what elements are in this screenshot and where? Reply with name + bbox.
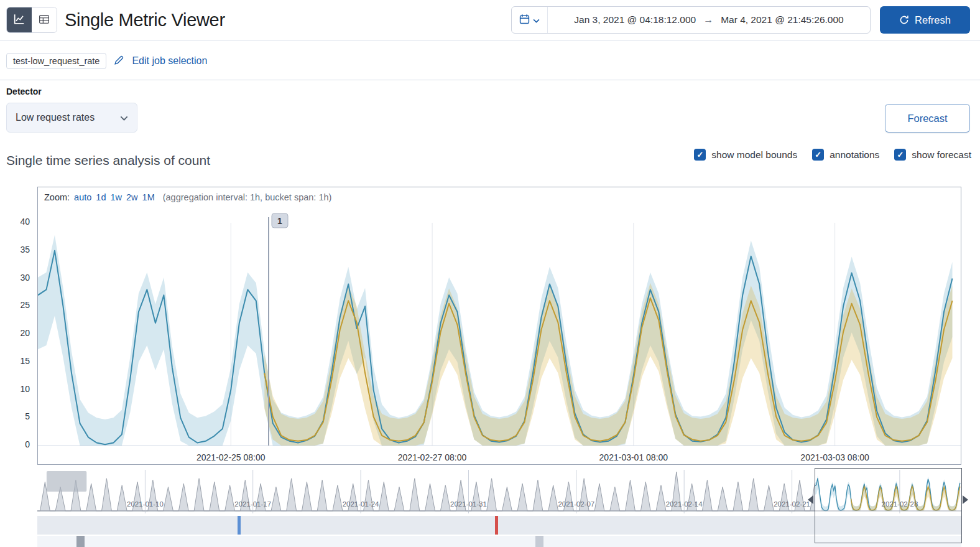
table-view-button[interactable] — [32, 7, 57, 32]
zoom-link-auto[interactable]: auto — [74, 192, 91, 202]
annotation-badge-label: 1 — [277, 216, 282, 226]
checkbox-annotations[interactable]: ✓ annotations — [812, 149, 879, 161]
single-metric-viewer-page: Single Metric Viewer Jan 3, 2021 @ 04:18… — [0, 0, 980, 547]
brush-right-handle[interactable] — [963, 495, 968, 504]
context-date-label: 2021-01-31 — [450, 500, 487, 508]
context-date-label: 2021-02-14 — [666, 500, 703, 508]
series-title: Single time series analysis of count — [6, 153, 210, 168]
annotation-marker[interactable] — [495, 516, 498, 535]
context-date-label: 2021-02-07 — [558, 500, 594, 508]
y-axis-label: 40 — [20, 217, 30, 227]
checkbox-label: show model bounds — [711, 149, 797, 161]
checkbox-checked-icon: ✓ — [694, 149, 706, 161]
page-title: Single Metric Viewer — [65, 0, 225, 40]
zoom-link-2w[interactable]: 2w — [126, 192, 138, 202]
aggregation-info: (aggregation interval: 1h, bucket span: … — [163, 192, 332, 202]
header: Single Metric Viewer Jan 3, 2021 @ 04:18… — [0, 0, 980, 40]
brush-left-handle[interactable] — [808, 495, 813, 504]
edit-job-selection-link[interactable]: Edit job selection — [132, 55, 207, 67]
checkbox-show-model-bounds[interactable]: ✓ show model bounds — [694, 149, 797, 161]
refresh-button[interactable]: Refresh — [880, 6, 970, 34]
detector-label: Detector — [6, 86, 42, 96]
checkbox-label: show forecast — [912, 149, 971, 161]
calendar-icon — [519, 14, 530, 26]
x-axis-label: 2021-02-27 08:00 — [398, 452, 467, 462]
forecast-button[interactable]: Forecast — [885, 104, 970, 133]
context-date-label: 2021-02-21 — [774, 500, 810, 508]
x-axis-label: 2021-02-25 08:00 — [196, 452, 266, 462]
y-axis-label: 5 — [25, 411, 30, 421]
refresh-icon — [899, 15, 909, 25]
annotation-marker[interactable] — [238, 516, 241, 535]
y-axis-label: 30 — [20, 273, 30, 283]
zoom-bar: Zoom:auto1d1w2w1M(aggregation interval: … — [44, 192, 331, 202]
time-range-display: Jan 3, 2021 @ 04:18:12.000 → Mar 4, 2021… — [548, 7, 870, 33]
y-axis-label: 10 — [20, 384, 30, 394]
context-date-label: 2021-01-24 — [343, 500, 379, 508]
zoom-link-1M[interactable]: 1M — [142, 192, 155, 202]
context-date-label: 2021-01-10 — [127, 500, 164, 508]
start-date-button[interactable]: Jan 3, 2021 @ 04:18:12.000 — [574, 14, 696, 26]
header-divider — [0, 40, 980, 40]
checkbox-label: annotations — [830, 149, 879, 161]
y-axis-label: 0 — [25, 439, 30, 449]
y-axis: 0510152025303540 — [0, 208, 30, 446]
chart-view-button[interactable] — [7, 7, 32, 32]
x-axis-label: 2021-03-03 08:00 — [800, 452, 869, 462]
y-axis-label: 20 — [20, 328, 30, 338]
job-selection-bar: test-low_request_rate Edit job selection — [6, 47, 207, 75]
job-bar-divider — [0, 80, 980, 80]
context-selection-brush[interactable] — [815, 468, 962, 543]
main-chart-panel: Zoom:auto1d1w2w1M(aggregation interval: … — [37, 187, 961, 465]
swimlane-cell[interactable] — [535, 536, 543, 547]
x-axis-label: 2021-03-01 08:00 — [599, 452, 668, 462]
chart-options: ✓ show model bounds ✓ annotations ✓ show… — [694, 149, 971, 161]
model-bounds-area — [38, 235, 953, 446]
y-axis-label: 15 — [20, 356, 30, 366]
refresh-label: Refresh — [915, 14, 951, 26]
context-annotation-region[interactable] — [47, 471, 86, 492]
table-icon — [39, 14, 50, 27]
zoom-link-1d[interactable]: 1d — [96, 192, 106, 202]
checkbox-checked-icon: ✓ — [812, 149, 824, 161]
detector-select[interactable]: Low request rates — [6, 103, 137, 133]
job-badge[interactable]: test-low_request_rate — [6, 53, 106, 69]
end-date-button[interactable]: Mar 4, 2021 @ 21:45:26.000 — [721, 14, 844, 26]
time-range-picker: Jan 3, 2021 @ 04:18:12.000 → Mar 4, 2021… — [511, 6, 871, 34]
context-date-label: 2021-01-17 — [234, 500, 271, 508]
chevron-down-icon — [120, 112, 128, 123]
chevron-down-icon — [533, 16, 540, 25]
checkbox-checked-icon: ✓ — [894, 149, 906, 161]
y-axis-label: 25 — [20, 300, 30, 310]
zoom-label: Zoom: — [44, 192, 70, 202]
checkbox-show-forecast[interactable]: ✓ show forecast — [894, 149, 971, 161]
view-toggle-group — [6, 7, 57, 33]
detector-selected-value: Low request rates — [16, 112, 95, 123]
main-chart-svg[interactable]: 2021-02-25 08:002021-02-27 08:002021-03-… — [38, 208, 961, 465]
pencil-icon — [114, 55, 124, 68]
calendar-dropdown-button[interactable] — [512, 7, 548, 33]
y-axis-label: 35 — [20, 245, 30, 255]
arrow-right-icon: → — [703, 14, 713, 26]
line-chart-icon — [14, 14, 25, 27]
zoom-link-1w[interactable]: 1w — [110, 192, 122, 202]
swimlane-cell[interactable] — [76, 536, 85, 547]
